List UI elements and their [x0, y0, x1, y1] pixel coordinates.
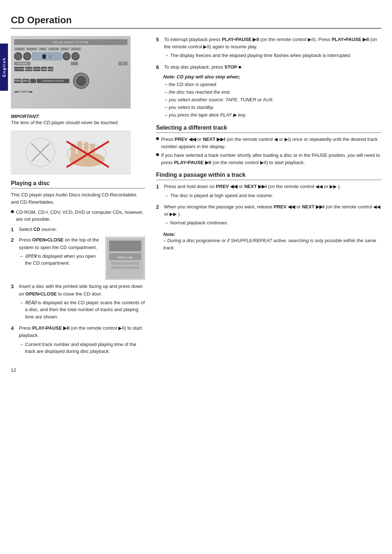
device-model-label: MC160 MICRO SYSTEM — [53, 41, 89, 44]
finding-step2-arrow-note: → Normal playback continues. — [164, 219, 381, 227]
step4-arrow-sym: → — [19, 341, 24, 355]
finding-step-2: 2 When you recognise the passage you wan… — [156, 203, 381, 228]
language-tab: English — [0, 44, 8, 91]
cd-stop-note-label: Note: CD play will also stop when; — [163, 74, 381, 80]
step3-arrow-sym: → — [19, 299, 24, 321]
finding-note-block: Note: – During a disc programme or if SH… — [163, 232, 381, 252]
step-4: 4 Press PLAY•PAUSE ▶II (on the remote co… — [11, 325, 145, 356]
step-4-content: Press PLAY•PAUSE ▶II (on the remote cont… — [19, 325, 145, 356]
selecting-bullet-1: Press PREV ◀◀ or NEXT ▶▶I (on the remote… — [156, 136, 381, 150]
step4-arrow-note: → Current track number and elapsed playi… — [19, 341, 145, 355]
playing-disc-bullets: CD-ROM, CD-I, CDV, VCD, DVD or computer … — [11, 209, 145, 223]
svg-rect-17 — [111, 266, 140, 269]
important-block: IMPORTANT: The lens of the CD player sho… — [11, 114, 145, 126]
selecting-bullet-text-1: Press PREV ◀◀ or NEXT ▶▶I (on the remote… — [161, 136, 381, 150]
step3-note-text: READ is displayed as the CD player scans… — [25, 299, 145, 321]
step-num-3: 3 — [11, 283, 16, 322]
step5-text: To interrupt playback press PLAY•PAUSE ▶… — [164, 37, 377, 49]
bullet-icon-1 — [11, 210, 14, 213]
selecting-track-bullets: Press PREV ◀◀ or NEXT ▶▶I (on the remote… — [156, 136, 381, 166]
step2-text: Press OPEN•CLOSE on the top of the syste… — [19, 237, 99, 250]
selecting-track-title: Selecting a different track — [156, 125, 381, 133]
dash-item-5: – you press the tape deck PLAY ▶ key. — [165, 111, 381, 119]
step4-note-text: Current track number and elapsed playing… — [25, 341, 145, 355]
bullet-item-1: CD-ROM, CD-I, CDV, VCD, DVD or computer … — [11, 209, 145, 223]
step-5: 5 To interrupt playback press PLAY•PAUSE… — [156, 36, 381, 61]
playing-disc-intro: This CD player plays Audio Discs includi… — [11, 191, 145, 206]
cd-stop-dash-list: – the CD door is opened. – the disc has … — [165, 81, 381, 119]
finding-step-1: 1 Press and hold down on PREV ◀◀ or NEXT… — [156, 183, 381, 200]
step2-arrow-sym: → — [19, 253, 24, 267]
step-6-content: To stop disc playback, press STOP ■. — [164, 64, 381, 72]
finding-step1-text: Press and hold down on PREV ◀◀ or NEXT ▶… — [164, 184, 341, 189]
finding-step-2-content: When you recognise the passage you want,… — [164, 203, 381, 228]
page-title: CD Operation — [11, 15, 381, 29]
important-label: IMPORTANT: — [11, 114, 145, 119]
step4-text: Press PLAY•PAUSE ▶II (on the remote cont… — [19, 325, 142, 338]
dash-item-4: – you select to standby. — [165, 104, 381, 111]
step5-note-text: The display freezes and the elapsed play… — [170, 52, 351, 59]
svg-text:OPEN•CLOSE: OPEN•CLOSE — [118, 256, 132, 259]
svg-rect-14 — [109, 240, 141, 251]
step-5-content: To interrupt playback press PLAY•PAUSE ▶… — [164, 36, 381, 61]
selecting-bullet-icon-2 — [156, 153, 159, 156]
finding-step1-note-text: The disc is played at high speed and low… — [170, 192, 273, 199]
step5-arrow-note: → The display freezes and the elapsed pl… — [164, 52, 381, 59]
step6-text: To stop disc playback, press STOP ■. — [164, 64, 242, 70]
step-2: 2 Press OPEN•CLOSE on the top of the sys… — [11, 236, 145, 280]
dash-item-3: – you select another source: TAPE, TUNER… — [165, 96, 381, 104]
step-num-2: 2 — [11, 236, 16, 280]
cd-stop-note: Note: CD play will also stop when; – the… — [163, 74, 381, 119]
hand-image — [11, 131, 131, 174]
finding-step-num-2: 2 — [156, 203, 161, 228]
dash-item-1: – the CD door is opened. — [165, 81, 381, 89]
finding-step1-arrow-note: → The disc is played at high speed and l… — [164, 192, 381, 199]
step3-arrow-note: → READ is displayed as the CD player sca… — [19, 299, 145, 321]
selecting-bullet-icon-1 — [156, 137, 159, 140]
mini-device-image: OPEN•CLOSE — [105, 236, 145, 280]
step-num-1: 1 — [11, 226, 16, 234]
device-image: MC160 MICRO SYSTEM STANDBY PROGRAM TIMER… — [11, 36, 131, 109]
finding-step2-arrow-sym: → — [164, 219, 169, 227]
step-2-content: Press OPEN•CLOSE on the top of the syste… — [19, 236, 145, 280]
step-1-content: Select CD source. — [19, 226, 145, 234]
step-1: 1 Select CD source. — [11, 226, 145, 234]
selecting-bullet-text-2: If you have selected a track number shor… — [161, 152, 381, 166]
step-num-4: 4 — [11, 325, 16, 356]
finding-step1-arrow-sym: → — [164, 192, 169, 199]
step-6: 6 To stop disc playback, press STOP ■. — [156, 64, 381, 72]
step-3: 3 Insert a disc with the printed side fa… — [11, 283, 145, 322]
step2-arrow-note: → OPEN is displayed when you open the CD… — [19, 253, 102, 267]
language-label: English — [2, 57, 6, 77]
step-num-6: 6 — [156, 64, 161, 72]
step1-text: Select CD source. — [19, 227, 57, 232]
finding-step2-text: When you recognise the passage you want,… — [164, 204, 380, 217]
left-column: MC160 MICRO SYSTEM STANDBY PROGRAM TIMER… — [11, 36, 145, 373]
step5-arrow-sym: → — [164, 52, 169, 59]
page-number: 12 — [11, 367, 145, 373]
dash-item-2: – the disc has reached the end. — [165, 89, 381, 96]
step3-text: Insert a disc with the printed side faci… — [19, 284, 143, 296]
step2-note-text: OPEN is displayed when you open the CD c… — [25, 253, 102, 267]
bullet-text-1: CD-ROM, CD-I, CDV, VCD, DVD or computer … — [16, 209, 145, 223]
finding-step-num-1: 1 — [156, 183, 161, 200]
important-text: The lens of the CD player should never b… — [11, 119, 145, 126]
svg-rect-16 — [111, 262, 140, 265]
right-column: 5 To interrupt playback press PLAY•PAUSE… — [156, 36, 381, 373]
svg-rect-18 — [122, 271, 129, 273]
finding-step-1-content: Press and hold down on PREV ◀◀ or NEXT ▶… — [164, 183, 381, 200]
playing-disc-title: Playing a disc — [11, 180, 145, 188]
step-num-5: 5 — [156, 36, 161, 61]
step-3-content: Insert a disc with the printed side faci… — [19, 283, 145, 322]
selecting-bullet-2: If you have selected a track number shor… — [156, 152, 381, 166]
finding-note-label: Note: — [163, 232, 381, 237]
finding-passage-title: Finding a passage within a track — [156, 172, 381, 180]
finding-note-text: – During a disc programme or if SHUFFLE/… — [163, 237, 381, 252]
finding-step2-note-text: Normal playback continues. — [170, 219, 228, 227]
